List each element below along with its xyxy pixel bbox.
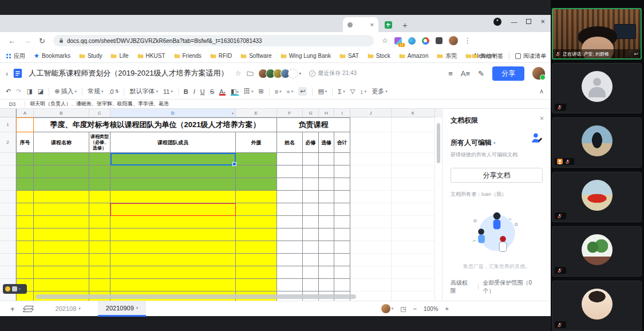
cell[interactable]: [334, 228, 350, 241]
vertical-scrollbar[interactable]: [437, 123, 440, 163]
reload-icon[interactable]: ↻: [39, 37, 45, 45]
insert-button[interactable]: ⊕插入▾: [54, 87, 77, 96]
clear-format-icon[interactable]: ◪: [38, 88, 44, 95]
emoji-icon[interactable]: [5, 286, 10, 291]
cell[interactable]: [34, 153, 89, 166]
col-header-d[interactable]: D▾: [110, 109, 236, 117]
url-field[interactable]: docs.qq.com/sheet/DWVJBZGVRZkR6enBa?tab=…: [53, 35, 374, 46]
cell[interactable]: [16, 117, 34, 132]
cell[interactable]: [392, 279, 435, 291]
more-button[interactable]: 更多▾: [372, 87, 388, 96]
row-header[interactable]: [0, 191, 16, 203]
cell[interactable]: 姓名: [277, 132, 303, 153]
cell[interactable]: [110, 153, 236, 166]
fill-color-icon[interactable]: ◧▾: [231, 88, 239, 95]
cell[interactable]: [277, 254, 303, 266]
cell[interactable]: [34, 216, 89, 228]
cell[interactable]: [303, 228, 319, 241]
sheet-tab-202108[interactable]: 202108▾: [56, 305, 81, 312]
cell[interactable]: [319, 228, 334, 241]
browser-tab[interactable]: [125, 21, 132, 28]
cell[interactable]: [350, 153, 392, 166]
video-tile[interactable]: [552, 117, 642, 168]
cell[interactable]: [236, 241, 277, 254]
bookmark-folder[interactable]: Stock: [368, 52, 390, 60]
bookmark-folder[interactable]: Amazon: [399, 52, 429, 60]
cell[interactable]: [34, 191, 89, 203]
cell[interactable]: [319, 203, 334, 216]
wrap-text-icon[interactable]: ↩: [298, 87, 307, 96]
cell[interactable]: [89, 178, 110, 191]
cell[interactable]: [89, 228, 110, 241]
browser-tab[interactable]: [223, 21, 230, 28]
new-tab-button[interactable]: +: [402, 20, 408, 30]
cell[interactable]: [16, 178, 34, 191]
col-header-a[interactable]: A: [16, 109, 34, 117]
cell[interactable]: [236, 191, 277, 203]
cell[interactable]: 课程名称: [34, 132, 89, 153]
cell[interactable]: [277, 178, 303, 191]
cell[interactable]: [34, 178, 89, 191]
other-bookmarks[interactable]: 其他书签: [472, 52, 503, 60]
browser-tab[interactable]: [201, 21, 208, 28]
row-header[interactable]: [0, 228, 16, 241]
close-icon[interactable]: ×: [540, 115, 544, 123]
browser-tab[interactable]: [277, 21, 285, 28]
select-all-corner[interactable]: [0, 109, 16, 117]
cell[interactable]: [16, 166, 34, 178]
extensions-puzzle-icon[interactable]: [436, 37, 442, 44]
cell[interactable]: 序号: [16, 132, 34, 153]
browser-tab[interactable]: [27, 21, 34, 28]
browser-tab[interactable]: [331, 21, 339, 28]
cell[interactable]: 合计: [334, 132, 350, 153]
cell[interactable]: [34, 254, 89, 266]
cell[interactable]: [236, 228, 277, 241]
cell[interactable]: [303, 279, 319, 291]
zoom-level[interactable]: 100%: [424, 306, 438, 312]
cell[interactable]: [16, 153, 34, 166]
cell[interactable]: [236, 203, 277, 216]
row-header[interactable]: [0, 216, 16, 228]
cell[interactable]: [89, 216, 110, 228]
browser-tab[interactable]: [255, 21, 263, 28]
cell[interactable]: [16, 216, 34, 228]
browser-tab[interactable]: [103, 21, 110, 28]
reading-list[interactable]: 阅读清单: [515, 52, 546, 60]
font-select[interactable]: 默认字体▾: [129, 87, 158, 96]
cell[interactable]: [277, 153, 303, 166]
cell[interactable]: [277, 166, 303, 178]
cell[interactable]: [319, 153, 334, 166]
horizontal-scrollbar[interactable]: [35, 294, 356, 299]
cell[interactable]: [34, 279, 89, 291]
cell[interactable]: [34, 166, 89, 178]
chart-icon[interactable]: ▤▾: [318, 88, 327, 95]
user-avatar[interactable]: [532, 67, 545, 80]
cell[interactable]: [392, 153, 435, 166]
cell[interactable]: [392, 241, 435, 254]
bookmark-folder[interactable]: Friends: [174, 52, 202, 60]
cell[interactable]: [392, 228, 435, 241]
cell[interactable]: [89, 266, 110, 279]
cell[interactable]: [89, 203, 110, 216]
cell[interactable]: [110, 191, 236, 203]
reply-arrow-icon[interactable]: ↩: [634, 51, 638, 57]
col-header-c[interactable]: C: [89, 109, 110, 117]
sort-icon[interactable]: ↕▾: [360, 88, 366, 95]
cell[interactable]: [110, 216, 236, 228]
presence-avatar[interactable]: ▾: [381, 304, 394, 313]
cell[interactable]: [34, 228, 89, 241]
row-header[interactable]: [0, 241, 16, 254]
cell[interactable]: [110, 241, 236, 254]
cell[interactable]: 外援: [236, 132, 277, 153]
align-icon[interactable]: ≡▾: [275, 88, 282, 95]
format-painter-icon[interactable]: ◨: [26, 88, 32, 95]
cell[interactable]: [350, 203, 392, 216]
cell[interactable]: [350, 117, 392, 132]
cell[interactable]: [319, 216, 334, 228]
browser-tab[interactable]: [136, 21, 143, 28]
number-format-button[interactable]: 常规▾: [88, 87, 104, 96]
underline-icon[interactable]: U: [200, 88, 205, 95]
cell[interactable]: [350, 166, 392, 178]
browser-tab[interactable]: [60, 21, 67, 28]
cell[interactable]: [303, 203, 319, 216]
